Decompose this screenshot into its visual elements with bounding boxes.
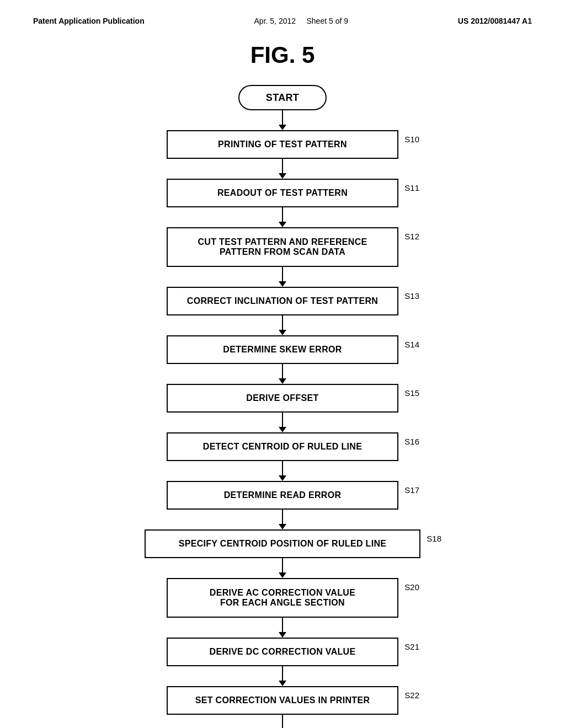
patent-number: US 2012/0081447 A1 (458, 17, 532, 25)
step-start: START (33, 85, 532, 110)
arrow-0 (282, 110, 283, 126)
box-s16: DETECT CENTROID OF RULED LINE (167, 432, 398, 461)
step-num-s15: S15 (404, 388, 419, 398)
box-s21: DERIVE DC CORRECTION VALUE (167, 638, 398, 666)
label-s12: CUT TEST PATTERN AND REFERENCEPATTERN FR… (198, 237, 367, 257)
arrow-8 (282, 510, 283, 525)
fig-title: FIG. 5 (33, 42, 532, 68)
step-s17: DETERMINE READ ERROR S17 (33, 481, 532, 510)
box-s11: READOUT OF TEST PATTERN (167, 179, 398, 207)
arrow-6 (282, 413, 283, 428)
step-num-s13: S13 (404, 291, 419, 301)
step-num-s12: S12 (404, 232, 419, 241)
arrow-9 (282, 558, 283, 574)
box-s15: DERIVE OFFSET (167, 384, 398, 413)
arrow-2 (282, 207, 283, 223)
step-s18: SPECIFY CENTROID POSITION OF RULED LINE … (33, 529, 532, 558)
header-left: Patent Application Publication (33, 17, 145, 25)
arrow-11 (282, 666, 283, 682)
box-s22: SET CORRECTION VALUES IN PRINTER (167, 686, 398, 715)
box-s17: DETERMINE READ ERROR (167, 481, 398, 510)
label-s10: PRINTING OF TEST PATTERN (218, 140, 347, 149)
arrow-10 (282, 618, 283, 633)
step-s15: DERIVE OFFSET S15 (33, 384, 532, 413)
step-s12: CUT TEST PATTERN AND REFERENCEPATTERN FR… (33, 227, 532, 267)
label-s22: SET CORRECTION VALUES IN PRINTER (195, 695, 370, 705)
label-s15: DERIVE OFFSET (246, 393, 318, 403)
box-s14: DETERMINE SKEW ERROR (167, 335, 398, 364)
arrow-5 (282, 364, 283, 379)
step-num-s11: S11 (404, 183, 419, 192)
step-num-s14: S14 (404, 340, 419, 349)
step-s14: DETERMINE SKEW ERROR S14 (33, 335, 532, 364)
header: Patent Application Publication Apr. 5, 2… (33, 17, 532, 25)
step-num-s21: S21 (404, 642, 419, 651)
publication-label: Patent Application Publication (33, 17, 145, 25)
step-s13: CORRECT INCLINATION OF TEST PATTERN S13 (33, 287, 532, 315)
step-num-s22: S22 (404, 690, 419, 700)
arrow-7 (282, 461, 283, 477)
step-num-s10: S10 (404, 135, 419, 144)
arrow-3 (282, 267, 283, 282)
header-right: US 2012/0081447 A1 (458, 17, 532, 25)
box-s12: CUT TEST PATTERN AND REFERENCEPATTERN FR… (167, 227, 398, 267)
arrow-4 (282, 315, 283, 331)
step-num-s17: S17 (404, 485, 419, 495)
page: Patent Application Publication Apr. 5, 2… (0, 0, 565, 728)
step-s11: READOUT OF TEST PATTERN S11 (33, 179, 532, 207)
arrow-1 (282, 159, 283, 174)
box-start: START (238, 85, 327, 110)
step-s21: DERIVE DC CORRECTION VALUE S21 (33, 638, 532, 666)
step-num-s16: S16 (404, 437, 419, 446)
box-s18: SPECIFY CENTROID POSITION OF RULED LINE (145, 529, 420, 558)
step-s10: PRINTING OF TEST PATTERN S10 (33, 130, 532, 159)
header-center: Apr. 5, 2012 Sheet 5 of 9 (254, 17, 348, 25)
box-s13: CORRECT INCLINATION OF TEST PATTERN (167, 287, 398, 315)
label-s18: SPECIFY CENTROID POSITION OF RULED LINE (179, 539, 387, 549)
label-s21: DERIVE DC CORRECTION VALUE (210, 647, 356, 657)
label-s20: DERIVE AC CORRECTION VALUEFOR EACH ANGLE… (210, 588, 355, 608)
label-s16: DETECT CENTROID OF RULED LINE (203, 442, 362, 452)
step-num-s18: S18 (427, 534, 441, 543)
label-s11: READOUT OF TEST PATTERN (217, 188, 348, 198)
box-s20: DERIVE AC CORRECTION VALUEFOR EACH ANGLE… (167, 578, 398, 618)
label-s13: CORRECT INCLINATION OF TEST PATTERN (187, 296, 378, 306)
arrow-12 (282, 715, 283, 728)
step-s22: SET CORRECTION VALUES IN PRINTER S22 (33, 686, 532, 715)
label-s17: DETERMINE READ ERROR (224, 490, 342, 500)
box-s10: PRINTING OF TEST PATTERN (167, 130, 398, 159)
flowchart: START PRINTING OF TEST PATTERN S10 READO… (33, 85, 532, 728)
step-s20: DERIVE AC CORRECTION VALUEFOR EACH ANGLE… (33, 578, 532, 618)
step-num-s20: S20 (404, 582, 419, 592)
label-s14: DETERMINE SKEW ERROR (223, 345, 342, 355)
sheet-info: Sheet 5 of 9 (307, 17, 349, 25)
pub-date: Apr. 5, 2012 (254, 17, 296, 25)
step-s16: DETECT CENTROID OF RULED LINE S16 (33, 432, 532, 461)
label-start: START (266, 92, 299, 104)
